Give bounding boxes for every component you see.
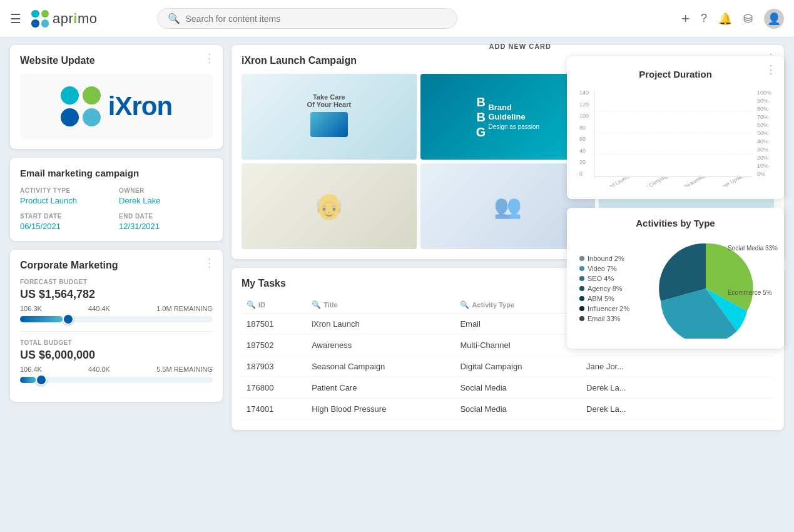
legend-dot-inbound bbox=[579, 256, 584, 261]
project-duration-card: ⋮ Project Duration 0 20 40 60 80 100 120… bbox=[567, 56, 784, 199]
cell-owner: Derek La... bbox=[581, 377, 669, 399]
total-budget-bar[interactable] bbox=[20, 377, 213, 383]
corporate-marketing-card: ⋮ Corporate Marketing FORECAST BUDGET US… bbox=[10, 250, 223, 402]
legend-label-influencer: Influencer 2% bbox=[588, 305, 629, 312]
y-axis-left: 0 20 40 60 80 100 120 140 bbox=[579, 90, 591, 177]
activity-type-value[interactable]: Product Launch bbox=[20, 196, 114, 205]
left-column: ⋮ Website Update iXron Email marketing c… bbox=[10, 45, 223, 430]
legend-agency: Agency 8% bbox=[579, 285, 629, 292]
search-input[interactable] bbox=[185, 14, 447, 24]
corporate-marketing-title: Corporate Marketing bbox=[20, 260, 213, 271]
search-icon: 🔍 bbox=[168, 13, 180, 24]
total-left: 106.4K bbox=[20, 366, 42, 373]
legend-email: Email 33% bbox=[579, 315, 629, 322]
total-budget-label: TOTAL BUDGET bbox=[20, 339, 213, 346]
pie-label-social: Social Media 33% bbox=[728, 245, 778, 252]
forecast-budget-meta: 106.3K 440.4K 1.0M REMAINING bbox=[20, 305, 213, 312]
add-icon[interactable]: + bbox=[681, 11, 690, 27]
pie-legend: Inbound 2% Video 7% SEO 4% Agency 8% bbox=[579, 255, 629, 322]
logo-text: aprimo bbox=[53, 11, 97, 27]
notification-icon[interactable]: 🔔 bbox=[718, 12, 732, 26]
ixron-dot-tr bbox=[83, 86, 101, 105]
legend-influencer: Influencer 2% bbox=[579, 305, 629, 312]
cell-title: High Blood Pressure bbox=[307, 399, 455, 420]
ixron-brand-text: iXron bbox=[108, 91, 172, 121]
y-axis-right: 0% 10% 20% 30% 40% 50% 60% 70% 80% 90% 1… bbox=[755, 90, 771, 177]
website-update-logo: iXron bbox=[20, 74, 213, 139]
cell-id: 174001 bbox=[242, 399, 307, 420]
table-row[interactable]: 176800 Patient Care Social Media Derek L… bbox=[242, 377, 774, 399]
avatar[interactable]: 👤 bbox=[764, 9, 784, 29]
legend-label-seo: SEO 4% bbox=[588, 275, 614, 282]
legend-inbound: Inbound 2% bbox=[579, 255, 629, 262]
corporate-marketing-menu[interactable]: ⋮ bbox=[204, 257, 215, 269]
forecast-budget-bar[interactable] bbox=[20, 316, 213, 322]
ixron-logo: iXron bbox=[61, 86, 172, 126]
activity-type-field: ACTIVITY TYPE Product Launch bbox=[20, 187, 114, 205]
cart-icon[interactable]: ⛁ bbox=[743, 12, 753, 26]
start-date-value: 06/15/2021 bbox=[20, 222, 114, 231]
col-activity-type[interactable]: 🔍 Activity Type bbox=[455, 297, 581, 314]
legend-dot-abm bbox=[579, 296, 584, 301]
activities-menu[interactable]: ⋮ bbox=[765, 64, 776, 75]
forecast-budget-thumb bbox=[63, 314, 74, 325]
owner-value[interactable]: Derek Lake bbox=[119, 196, 213, 205]
end-date-value: 12/31/2021 bbox=[119, 222, 213, 231]
activities-by-type-card: ⋮ Activities by Type Inbound 2% Video 7% bbox=[567, 208, 784, 349]
website-update-menu[interactable]: ⋮ bbox=[204, 53, 215, 64]
right-overlay: ⋮ Project Duration 0 20 40 60 80 100 120… bbox=[567, 56, 789, 349]
forecast-budget-amount: US $1,564,782 bbox=[20, 288, 213, 301]
table-row[interactable]: 187903 Seasonal Campaign Digital Campaig… bbox=[242, 356, 774, 377]
pie-label-ecommerce: Ecommerce 5% bbox=[728, 289, 778, 296]
total-right: 5.5M REMAINING bbox=[156, 366, 213, 373]
x-label-brand-launch: Brand Launch bbox=[601, 177, 631, 187]
brand-guideline-text: BBG bbox=[476, 95, 486, 140]
ixron-dot-br bbox=[83, 108, 101, 126]
website-update-title: Website Update bbox=[20, 55, 213, 66]
total-budget-section: TOTAL BUDGET US $6,000,000 106.4K 440.0K… bbox=[20, 339, 213, 383]
col-id[interactable]: 🔍 ID bbox=[242, 297, 307, 314]
logo-dot-tl bbox=[31, 10, 39, 18]
forecast-budget-label: FORECAST BUDGET bbox=[20, 279, 213, 285]
help-icon[interactable]: ? bbox=[701, 12, 707, 25]
total-budget-fill bbox=[20, 377, 36, 383]
email-campaign-title: Email marketing campaign bbox=[20, 168, 213, 178]
cell-type: Multi-Channel bbox=[455, 335, 581, 356]
table-row[interactable]: 174001 High Blood Pressure Social Media … bbox=[242, 399, 774, 420]
cell-status bbox=[669, 356, 774, 377]
start-date-field: START DATE 06/15/2021 bbox=[20, 213, 114, 231]
ixron-logo-dots bbox=[61, 86, 101, 126]
legend-dot-influencer bbox=[579, 306, 584, 311]
start-date-label: START DATE bbox=[20, 213, 114, 220]
pie-chart-area: Inbound 2% Video 7% SEO 4% Agency 8% bbox=[579, 238, 771, 339]
campaign-img-medical: Take CareOf Your Heart bbox=[242, 74, 417, 160]
forecast-budget-section: FORECAST BUDGET US $1,564,782 106.3K 440… bbox=[20, 279, 213, 322]
col-title[interactable]: 🔍 Title bbox=[307, 297, 455, 314]
legend-seo: SEO 4% bbox=[579, 275, 629, 282]
total-budget-thumb bbox=[36, 374, 47, 386]
total-mid: 440.0K bbox=[88, 366, 110, 373]
cell-title: Awareness bbox=[307, 335, 455, 356]
forecast-budget-fill bbox=[20, 316, 63, 322]
content-area: ADD NEW CARD ⋮ Website Update iXron bbox=[0, 38, 794, 437]
cell-type: Social Media bbox=[455, 399, 581, 420]
end-date-field: END DATE 12/31/2021 bbox=[119, 213, 213, 231]
owner-field: OWNER Derek Lake bbox=[119, 187, 213, 205]
search-bar: 🔍 bbox=[157, 8, 457, 29]
forecast-mid: 440.4K bbox=[88, 305, 110, 312]
legend-label-video: Video 7% bbox=[588, 265, 617, 272]
legend-label-abm: ABM 5% bbox=[588, 295, 614, 302]
header-actions: + ? 🔔 ⛁ 👤 bbox=[681, 9, 784, 29]
legend-label-agency: Agency 8% bbox=[588, 285, 623, 292]
cell-type: Digital Campaign bbox=[455, 356, 581, 377]
x-label-bp: BP Awareness bbox=[676, 177, 707, 187]
x-label-website: Website Update bbox=[713, 177, 746, 187]
legend-label-inbound: Inbound 2% bbox=[588, 255, 624, 262]
logo: aprimo bbox=[31, 10, 97, 28]
legend-dot-seo bbox=[579, 276, 584, 281]
legend-abm: ABM 5% bbox=[579, 295, 629, 302]
legend-video: Video 7% bbox=[579, 265, 629, 272]
cell-title: Seasonal Campaign bbox=[307, 356, 455, 377]
menu-icon[interactable]: ☰ bbox=[10, 11, 21, 26]
cell-id: 176800 bbox=[242, 377, 307, 399]
